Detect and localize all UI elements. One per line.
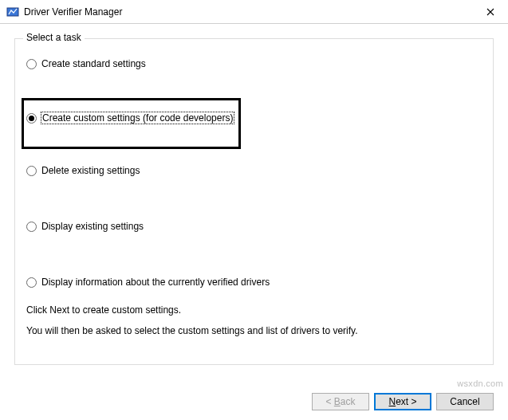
radio-icon [26,222,37,232]
option-delete-existing[interactable]: Delete existing settings [26,163,482,178]
button-label: Next > [388,396,416,407]
radio-icon [26,277,37,288]
radio-icon [26,59,37,69]
next-button[interactable]: Next > [374,393,431,410]
groupbox-label: Select a task [23,32,85,43]
close-icon [486,8,494,16]
app-icon [6,6,19,18]
watermark: wsxdn.com [457,379,503,388]
client-area: Select a task Create standard settings C… [0,24,508,373]
option-display-existing[interactable]: Display existing settings [26,219,482,234]
instruction-line: Click Next to create custom settings. [26,302,482,318]
radio-icon [26,166,37,176]
titlebar: Driver Verifier Manager [0,0,508,24]
option-create-custom[interactable]: Create custom settings (for code develop… [26,111,482,125]
option-display-info[interactable]: Display information about the currently … [26,275,482,289]
task-groupbox: Select a task Create standard settings C… [14,38,494,365]
option-label: Delete existing settings [41,165,140,176]
close-button[interactable] [472,0,508,24]
option-label: Create standard settings [41,58,146,69]
option-label: Display existing settings [41,221,144,232]
option-create-standard[interactable]: Create standard settings [26,57,482,71]
button-bar: < Back Next > Cancel [312,393,494,410]
window-title: Driver Verifier Manager [24,6,122,18]
instruction-line: You will then be asked to select the cus… [26,323,482,339]
instructions: Click Next to create custom settings. Yo… [26,302,482,340]
button-label: Cancel [450,396,479,407]
option-label: Create custom settings (for code develop… [41,112,234,124]
cancel-button[interactable]: Cancel [436,393,494,410]
option-label: Display information about the currently … [41,277,270,288]
button-label: < Back [325,396,355,407]
radio-icon [26,113,37,124]
back-button: < Back [312,393,369,410]
